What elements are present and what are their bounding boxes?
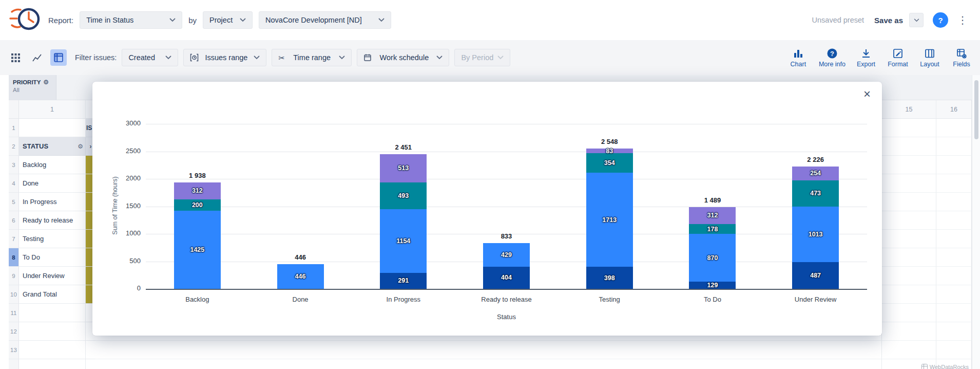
row-number[interactable]: 11 xyxy=(9,304,19,322)
cell[interactable] xyxy=(936,322,972,341)
row-label-cell[interactable]: Under Review xyxy=(19,267,86,285)
cell[interactable] xyxy=(936,211,972,230)
vertical-scrollbar[interactable] xyxy=(972,75,980,369)
cell[interactable] xyxy=(881,119,936,137)
row-number[interactable]: 13 xyxy=(9,341,19,359)
more-info-button[interactable]: ?More info xyxy=(819,48,846,68)
view-toolbar: Filter issues: Created Issues range ✂ Ti… xyxy=(0,40,980,75)
export-button[interactable]: Export xyxy=(855,48,877,68)
group-by-dropdown[interactable]: Project xyxy=(203,11,253,29)
grid-view-button[interactable] xyxy=(7,49,24,66)
cell[interactable] xyxy=(881,193,936,211)
row-number[interactable]: 7 xyxy=(9,230,19,248)
row-number[interactable]: 6 xyxy=(9,211,19,230)
column-header-16[interactable]: 16 xyxy=(936,100,972,119)
row-number[interactable] xyxy=(9,359,19,369)
save-as-dropdown-button[interactable] xyxy=(909,13,924,27)
row-number[interactable]: 5 xyxy=(9,193,19,211)
row-label-cell[interactable] xyxy=(19,341,86,359)
cell[interactable] xyxy=(881,285,936,304)
layout-button[interactable]: Layout xyxy=(918,48,941,68)
row-label-cell[interactable] xyxy=(19,322,86,341)
cell[interactable] xyxy=(936,193,972,211)
cell[interactable] xyxy=(936,285,972,304)
time-range-dropdown[interactable]: ✂ Time range xyxy=(272,49,352,66)
priority-filter-cell[interactable]: PRIORITY ⚙ All xyxy=(9,75,56,100)
scissors-icon: ✂ xyxy=(278,54,285,62)
row-number[interactable]: 12 xyxy=(9,322,19,341)
chart-view-button[interactable] xyxy=(29,49,45,66)
row-label-cell[interactable]: STATUS⚙ xyxy=(19,137,86,156)
cell[interactable] xyxy=(881,156,936,174)
row-label: STATUS xyxy=(23,142,48,150)
row-number[interactable]: 3 xyxy=(9,156,19,174)
issues-range-icon xyxy=(190,53,199,62)
row-label-cell[interactable]: In Progress xyxy=(19,193,86,211)
pivot-view-button[interactable] xyxy=(50,49,67,66)
scrollbar-thumb[interactable] xyxy=(974,80,978,139)
cell[interactable] xyxy=(936,174,972,193)
gear-icon[interactable]: ⚙ xyxy=(43,79,49,86)
gear-icon[interactable]: ⚙ xyxy=(78,143,83,150)
close-icon[interactable]: × xyxy=(863,88,871,100)
row-number[interactable]: 2 xyxy=(9,137,19,156)
issues-range-dropdown[interactable]: Issues range xyxy=(183,49,266,66)
work-schedule-dropdown[interactable]: Work schedule xyxy=(357,49,449,66)
fields-button[interactable]: Fields xyxy=(950,48,973,68)
more-menu-button[interactable]: ⋮ xyxy=(954,14,971,26)
cell[interactable] xyxy=(881,248,936,267)
row-label-cell[interactable]: Grand Total xyxy=(19,285,86,304)
bar-stack[interactable]: 2911154493513 xyxy=(380,154,427,289)
row-label-cell[interactable] xyxy=(19,119,86,137)
row-number[interactable]: 9 xyxy=(9,267,19,285)
watermark[interactable]: WebDataRocks xyxy=(921,364,969,369)
row-number[interactable]: 10 xyxy=(9,285,19,304)
row-label-cell[interactable]: Done xyxy=(19,174,86,193)
bar-column: 3981713354832 548Testing xyxy=(558,124,661,289)
row-label-cell[interactable] xyxy=(19,359,86,369)
bar-stack[interactable]: 398171335483 xyxy=(586,149,633,289)
chart-button[interactable]: Chart xyxy=(787,48,810,68)
cell[interactable] xyxy=(936,137,972,156)
row-label-cell[interactable] xyxy=(19,304,86,322)
bar-stack[interactable]: 4871013473254 xyxy=(792,167,839,289)
cell[interactable] xyxy=(881,322,936,341)
cell[interactable] xyxy=(881,137,936,156)
bar-stack[interactable]: 404429 xyxy=(483,243,530,289)
row-label-cell[interactable]: To Do xyxy=(19,248,86,267)
bar-stack[interactable]: 129870178312 xyxy=(689,207,736,289)
created-filter-dropdown[interactable]: Created xyxy=(122,49,178,66)
cell[interactable] xyxy=(936,230,972,248)
cell[interactable] xyxy=(881,304,936,322)
cell[interactable] xyxy=(881,230,936,248)
row-label-cell[interactable]: Ready to release xyxy=(19,211,86,230)
cell[interactable] xyxy=(936,248,972,267)
cell[interactable] xyxy=(881,174,936,193)
row-label-cell[interactable]: Testing xyxy=(19,230,86,248)
action-label: Format xyxy=(888,61,908,68)
download-icon xyxy=(860,48,872,59)
x-axis-title: Status xyxy=(146,313,867,321)
row-number[interactable]: 4 xyxy=(9,174,19,193)
cell[interactable] xyxy=(881,267,936,285)
bar-segment-label: 83 xyxy=(606,147,613,155)
column-header-15[interactable]: 15 xyxy=(881,100,936,119)
cell[interactable] xyxy=(881,341,936,359)
row-label-cell[interactable]: Backlog xyxy=(19,156,86,174)
column-header-1[interactable]: 1 xyxy=(19,100,86,119)
cell[interactable] xyxy=(936,304,972,322)
row-number[interactable]: 8 xyxy=(9,248,19,267)
bar-stack[interactable]: 1425200312 xyxy=(174,182,221,289)
help-button[interactable]: ? xyxy=(933,12,948,28)
cell[interactable] xyxy=(881,211,936,230)
format-button[interactable]: Format xyxy=(887,48,909,68)
save-as-button[interactable]: Save as xyxy=(874,16,903,25)
cell[interactable] xyxy=(936,341,972,359)
cell[interactable] xyxy=(936,119,972,137)
cell[interactable] xyxy=(936,267,972,285)
cell[interactable] xyxy=(936,156,972,174)
row-number[interactable]: 1 xyxy=(9,119,19,137)
bar-stack[interactable]: 446 xyxy=(277,264,324,289)
report-type-dropdown[interactable]: Time in Status xyxy=(80,11,182,29)
project-dropdown[interactable]: NovaCore Development [ND] xyxy=(259,11,391,29)
